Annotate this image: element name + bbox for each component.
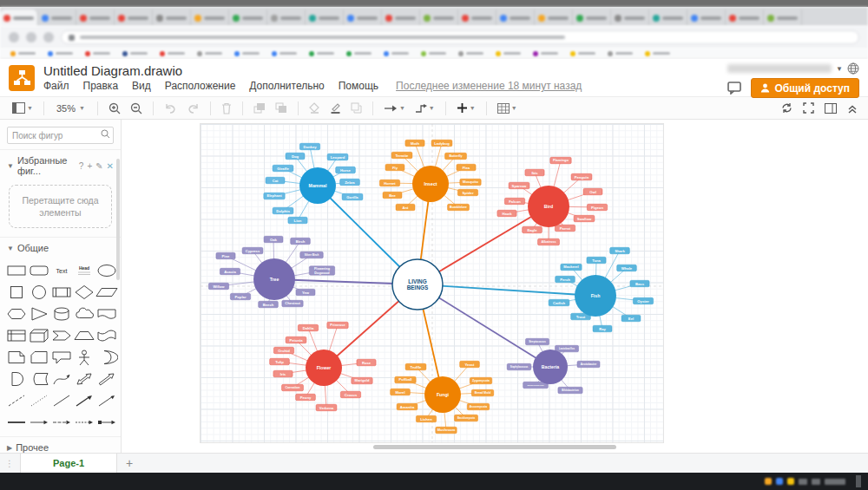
browser-tab[interactable] [153, 10, 191, 26]
shape-circle[interactable] [28, 282, 50, 303]
format-panel-icon[interactable] [825, 103, 837, 114]
bookmark-item[interactable] [309, 51, 334, 56]
browser-tab[interactable] [649, 10, 687, 26]
chevron-down-icon[interactable]: ▼ [836, 65, 843, 73]
shape-dashed-arrow[interactable] [73, 412, 95, 433]
browser-tab[interactable] [267, 10, 306, 26]
sync-icon[interactable] [781, 102, 792, 114]
shape-ellipse[interactable] [95, 260, 118, 281]
shape-rounded-rectangle[interactable] [28, 260, 50, 281]
browser-tab[interactable] [535, 10, 573, 26]
menu-item-0[interactable]: Файл [43, 80, 69, 92]
shape-triangle[interactable] [28, 304, 50, 324]
browser-tab[interactable] [420, 10, 458, 26]
shape-bidirectional-arrow[interactable] [73, 369, 95, 389]
browser-tab[interactable] [382, 10, 420, 26]
edit-icon[interactable]: ✎ [95, 161, 102, 171]
tray-icon[interactable] [776, 478, 783, 485]
bookmark-item[interactable] [234, 51, 260, 56]
shape-internal-storage[interactable] [5, 325, 28, 346]
general-section-header[interactable]: ▼ Общие [0, 237, 121, 258]
shape-heading[interactable]: Head [73, 260, 95, 281]
share-button[interactable]: Общий доступ [751, 78, 859, 98]
bookmark-item[interactable] [570, 51, 595, 56]
menu-item-5[interactable]: Помощь [339, 80, 378, 92]
horizontal-scrollbar[interactable] [373, 445, 616, 449]
browser-tab[interactable] [458, 10, 496, 26]
waypoint-style-button[interactable]: ▼ [413, 101, 437, 115]
shape-data-storage[interactable] [28, 369, 50, 389]
shape-tape[interactable] [95, 325, 118, 346]
bookmark-item[interactable] [48, 51, 73, 56]
browser-tab[interactable] [687, 10, 726, 26]
shape-step[interactable] [50, 325, 73, 346]
address-bar[interactable] [61, 30, 859, 44]
line-color-button[interactable] [328, 101, 343, 115]
browser-tab[interactable] [0, 10, 38, 26]
menu-item-3[interactable]: Расположение [165, 80, 236, 92]
bookmark-item[interactable] [384, 51, 409, 56]
bookmark-item[interactable] [496, 51, 521, 56]
shape-note[interactable] [5, 347, 28, 368]
menu-item-1[interactable]: Правка [83, 80, 119, 92]
pages-menu-icon[interactable]: ⋮ [0, 459, 20, 468]
shape-thin-arrow[interactable] [28, 412, 50, 433]
zoom-in-button[interactable] [107, 101, 122, 116]
shape-diagonal-arrow[interactable] [73, 390, 95, 411]
bookmark-item[interactable] [645, 51, 670, 56]
shape-dashdot-arrow[interactable] [50, 412, 73, 433]
browser-tab[interactable] [229, 10, 267, 26]
browser-tab[interactable] [573, 10, 611, 26]
shape-dashed-line[interactable] [5, 390, 28, 411]
search-input[interactable] [7, 127, 114, 144]
favorites-section-header[interactable]: ▼ Избранные фиг... ? + ✎ ✕ [0, 149, 121, 181]
browser-tab[interactable] [344, 10, 382, 26]
shape-diagonal-arrow-thin[interactable] [95, 390, 118, 411]
tray-icon[interactable] [799, 479, 807, 485]
tray-icon[interactable] [765, 478, 772, 485]
browser-tab[interactable] [38, 10, 76, 26]
close-icon[interactable]: ✕ [107, 161, 114, 171]
view-panel-button[interactable]: ▼ [10, 101, 35, 115]
language-globe-icon[interactable] [847, 62, 859, 75]
help-icon[interactable]: ? [79, 161, 84, 171]
browser-tab[interactable] [726, 10, 764, 26]
comments-icon[interactable] [727, 82, 742, 95]
bookmark-item[interactable] [160, 51, 185, 56]
zoom-level-select[interactable]: 35% ▼ [53, 101, 89, 115]
browser-tab[interactable] [611, 10, 649, 26]
browser-tab[interactable] [76, 10, 115, 26]
tray-icon[interactable] [812, 479, 820, 485]
bookmark-item[interactable] [272, 51, 297, 56]
shape-link-arrow[interactable] [95, 412, 118, 433]
bookmark-item[interactable] [122, 51, 148, 56]
insert-button[interactable]: ▼ [455, 101, 477, 115]
shape-hexagon[interactable] [5, 304, 28, 324]
edge-center-fish[interactable] [418, 284, 595, 296]
shape-arrow[interactable] [95, 369, 118, 389]
section-other[interactable]: ▶ Прочее [0, 436, 121, 453]
shape-callout[interactable] [50, 347, 73, 368]
shape-cube[interactable] [28, 325, 50, 346]
tray-icon[interactable] [787, 478, 794, 485]
last-edit-link[interactable]: Последнее изменение 18 минут назад [396, 80, 582, 92]
add-page-button[interactable]: + [117, 456, 141, 470]
collapse-icon[interactable] [847, 103, 858, 114]
browser-tab[interactable] [115, 10, 153, 26]
shape-diamond[interactable] [73, 282, 95, 303]
shape-square[interactable] [5, 282, 28, 303]
bookmark-item[interactable] [197, 51, 222, 56]
table-button[interactable]: ▼ [496, 101, 519, 115]
shape-text[interactable]: Text [50, 260, 73, 281]
sidebar-scrollbar[interactable] [116, 159, 120, 280]
shape-actor[interactable] [73, 347, 95, 368]
shape-trapezoid[interactable] [73, 325, 95, 346]
shape-cloud[interactable] [73, 304, 95, 324]
page-tab[interactable]: Page-1 [20, 454, 117, 473]
add-icon[interactable]: + [87, 161, 92, 171]
shape-document[interactable] [95, 304, 118, 324]
browser-tab[interactable] [496, 10, 535, 26]
bookmark-item[interactable] [458, 51, 483, 56]
bookmark-item[interactable] [421, 51, 446, 56]
browser-tab[interactable] [191, 10, 229, 26]
